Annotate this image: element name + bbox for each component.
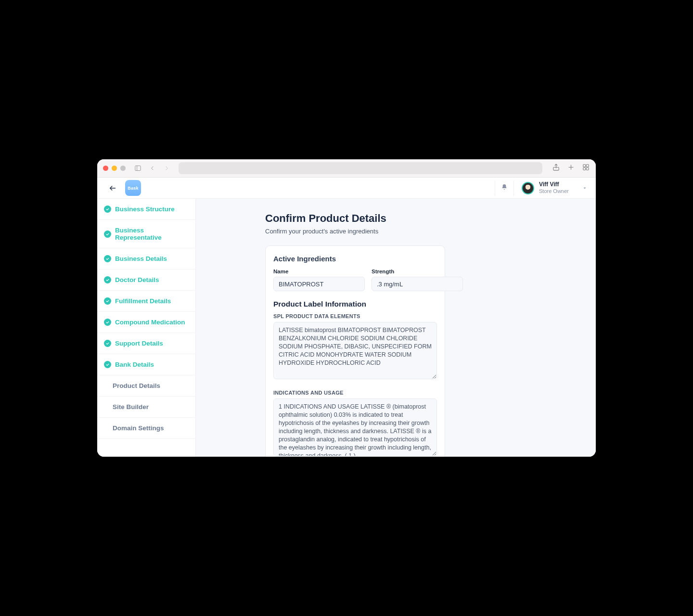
sidebar-item-label: Bank Details	[115, 361, 154, 368]
app-body: Business StructureBusiness Representativ…	[97, 199, 596, 457]
sidebar-item-site-builder[interactable]: Site Builder	[97, 397, 195, 418]
sidebar-item-support-details[interactable]: Support Details	[97, 333, 195, 354]
textarea-label: SPL PRODUCT DATA ELEMENTS	[273, 313, 437, 319]
sidebar-item-label: Doctor Details	[115, 276, 159, 283]
sidebar-item-business-structure[interactable]: Business Structure	[97, 199, 195, 220]
nav-back-icon[interactable]	[147, 163, 157, 174]
window-controls	[103, 166, 126, 171]
chrome-right-actions	[552, 163, 590, 173]
check-circle-icon	[104, 361, 111, 368]
address-bar[interactable]	[179, 162, 542, 174]
sidebar-item-label: Site Builder	[113, 403, 149, 411]
chevron-down-icon	[582, 184, 587, 192]
avatar	[522, 182, 534, 194]
page-subtitle: Confirm your product's active ingredient…	[265, 228, 445, 235]
check-circle-icon	[104, 255, 111, 262]
check-circle-icon	[104, 319, 111, 326]
check-circle-icon	[104, 340, 111, 347]
svg-rect-0	[135, 166, 140, 171]
sidebar-item-label: Domain Settings	[113, 424, 164, 432]
user-role: Store Owner	[539, 188, 569, 194]
app-logo[interactable]: Bask	[125, 180, 141, 196]
share-icon[interactable]	[552, 163, 560, 173]
card-title: Active Ingredients	[273, 255, 437, 263]
browser-chrome	[97, 159, 596, 178]
app-logo-text: Bask	[128, 186, 139, 191]
bell-icon	[500, 183, 508, 193]
active-ingredients-card: Active Ingredients Name Strength Product…	[265, 245, 445, 457]
strength-label: Strength	[372, 269, 463, 274]
sidebar-item-label: Business Representative	[115, 227, 189, 241]
user-text: Viff Viff Store Owner	[539, 181, 569, 194]
svg-rect-7	[583, 167, 586, 170]
nav-forward-icon[interactable]	[161, 163, 172, 174]
sidebar-item-label: Support Details	[115, 340, 163, 347]
sidebar-item-label: Compound Medication	[115, 319, 185, 326]
sidebar: Business StructureBusiness Representativ…	[97, 199, 196, 457]
textarea-spl-product-data-elements[interactable]	[273, 322, 437, 379]
maximize-window-button[interactable]	[120, 166, 126, 171]
sidebar-item-label: Product Details	[113, 382, 160, 389]
app-window: Bask Viff Viff Store Owner Business Stru…	[97, 159, 596, 457]
label-info-heading: Product Label Information	[273, 300, 437, 308]
sidebar-item-label: Business Details	[115, 255, 167, 262]
ingredient-strength-input[interactable]	[372, 277, 463, 291]
sidebar-item-label: Business Structure	[115, 205, 175, 213]
sidebar-item-doctor-details[interactable]: Doctor Details	[97, 270, 195, 291]
sidebar-item-product-details[interactable]: Product Details	[97, 375, 195, 397]
check-circle-icon	[104, 276, 111, 283]
minimize-window-button[interactable]	[112, 166, 117, 171]
ingredient-name-input[interactable]	[273, 277, 365, 291]
sidebar-item-label: Fulfillment Details	[115, 297, 171, 305]
check-circle-icon	[104, 231, 111, 238]
close-window-button[interactable]	[103, 166, 108, 171]
sidebar-item-domain-settings[interactable]: Domain Settings	[97, 418, 195, 439]
check-circle-icon	[104, 205, 111, 213]
new-tab-icon[interactable]	[567, 163, 575, 173]
notifications-button[interactable]	[495, 180, 514, 196]
user-name: Viff Viff	[539, 181, 569, 188]
app-header: Bask Viff Viff Store Owner	[97, 178, 596, 199]
sidebar-item-compound-medication[interactable]: Compound Medication	[97, 312, 195, 333]
user-menu[interactable]: Viff Viff Store Owner	[522, 181, 589, 194]
main-content: Confirm Product Details Confirm your pro…	[196, 199, 596, 457]
check-circle-icon	[104, 297, 111, 305]
sidebar-item-fulfillment-details[interactable]: Fulfillment Details	[97, 291, 195, 312]
page-title: Confirm Product Details	[265, 212, 445, 225]
textarea-indications-and-usage[interactable]	[273, 398, 437, 456]
name-label: Name	[273, 269, 365, 274]
textarea-label: INDICATIONS AND USAGE	[273, 390, 437, 396]
svg-rect-6	[586, 165, 589, 167]
sidebar-item-business-representative[interactable]: Business Representative	[97, 220, 195, 248]
sidebar-item-business-details[interactable]: Business Details	[97, 248, 195, 270]
tab-overview-icon[interactable]	[582, 163, 590, 173]
svg-rect-5	[583, 165, 586, 167]
back-button[interactable]	[104, 184, 121, 192]
svg-rect-8	[586, 167, 589, 170]
sidebar-toggle-icon[interactable]	[132, 163, 143, 174]
sidebar-item-bank-details[interactable]: Bank Details	[97, 354, 195, 375]
